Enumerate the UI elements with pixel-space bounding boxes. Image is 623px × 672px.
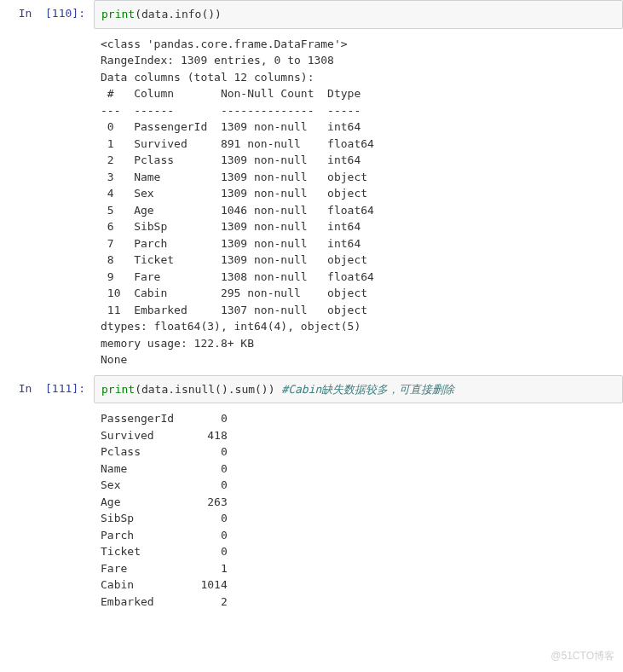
code-input-1[interactable]: print(data.isnull().sum()) #Cabin缺失数据较多，… [94,375,623,404]
code-output-1: PassengerId 0 Survived 418 Pclass 0 Name… [94,405,623,615]
watermark-text: @51CTO博客 [551,648,614,663]
input-cell-1: In [111]: print(data.isnull().sum()) #Ca… [0,375,623,404]
input-prompt-1: In [111]: [0,375,94,404]
code-input-0[interactable]: print(data.info()) [94,0,623,29]
output-cell-1: PassengerId 0 Survived 418 Pclass 0 Name… [0,405,623,615]
input-cell-0: In [110]: print(data.info()) [0,0,623,29]
output-prompt-1 [0,405,94,615]
input-prompt-0: In [110]: [0,0,94,29]
code-output-0: <class 'pandas.core.frame.DataFrame'> Ra… [94,31,623,374]
notebook-container: In [110]: print(data.info()) <class 'pan… [0,0,623,672]
output-cell-0: <class 'pandas.core.frame.DataFrame'> Ra… [0,31,623,374]
output-prompt-0 [0,31,94,374]
